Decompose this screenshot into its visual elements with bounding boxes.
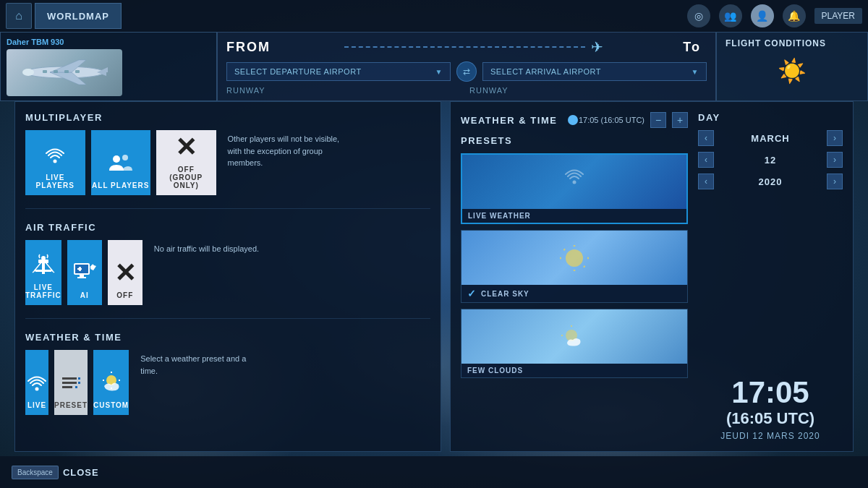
route-labels: FROM ✈ To — [226, 38, 707, 56]
few-clouds-icon — [556, 322, 593, 351]
month-next-button[interactable]: › — [827, 130, 843, 146]
day-column: DAY ‹ MARCH › ‹ 12 › ‹ 2020 › 17:05 — [698, 112, 843, 441]
air-traffic-off-button[interactable]: ✕ OFF — [108, 240, 142, 305]
home-icon: ⌂ — [15, 9, 22, 22]
air-traffic-off-label: OFF — [116, 291, 133, 299]
presets-column: WEATHER & TIME 17:05 (16:05 UTC) − + PRE… — [461, 112, 688, 441]
departure-runway: RUNWAY — [226, 86, 464, 95]
year-next-button[interactable]: › — [827, 174, 843, 189]
svg-rect-7 — [54, 70, 58, 73]
big-time-display: 17:05 (16:05 UTC) JEUDI 12 MARS 2020 — [698, 376, 843, 441]
flight-header: Daher TBM 930 — [0, 32, 868, 101]
flight-conditions-title: FLIGHT CONDITIONS — [726, 38, 826, 48]
svg-rect-27 — [75, 386, 77, 388]
top-bar-icons: ◎ 👥 👤 🔔 PLAYER — [687, 4, 862, 27]
multiplayer-section: MULTIPLAYER — [25, 112, 430, 195]
weather-preset-button[interactable]: PRESET — [54, 350, 88, 415]
svg-rect-26 — [78, 382, 80, 384]
to-label: To — [683, 40, 701, 55]
year-selector: ‹ 2020 › — [698, 174, 843, 189]
preset-clear-sky[interactable]: ✓ CLEAR SKY — [461, 230, 688, 303]
multiplayer-title: MULTIPLAYER — [25, 112, 430, 123]
live-players-button[interactable]: LIVE PLAYERS — [25, 130, 85, 195]
aircraft-image — [7, 49, 122, 96]
day-next-button[interactable]: › — [827, 152, 843, 168]
time-display: 17:05 (16:05 UTC) — [579, 116, 644, 124]
all-players-button[interactable]: ALL PLAYERS — [91, 130, 151, 195]
live-traffic-button[interactable]: LIVE TRAFFIC — [25, 240, 61, 305]
live-players-label: LIVE PLAYERS — [25, 174, 85, 189]
time-track[interactable] — [569, 119, 572, 121]
from-label: FROM — [226, 40, 271, 55]
preset-live-weather[interactable]: LIVE WEATHER — [461, 153, 688, 224]
route-line — [344, 46, 585, 48]
divider-2 — [25, 318, 430, 319]
left-panel: MULTIPLAYER — [14, 101, 441, 452]
preset-few-clouds[interactable]: FEW CLOUDS — [461, 309, 688, 378]
day-title: DAY — [698, 112, 843, 123]
few-clouds-label-bar: FEW CLOUDS — [461, 364, 687, 377]
day-selector: ‹ 12 › — [698, 152, 843, 168]
day-value: 12 — [765, 155, 776, 166]
profile-icon-btn[interactable]: 👤 — [751, 4, 774, 27]
tower-icon — [31, 252, 56, 281]
off-group-label: OFF(GROUP ONLY) — [156, 166, 216, 189]
svg-rect-22 — [62, 377, 77, 380]
group-icon-btn[interactable]: 👥 — [719, 4, 742, 27]
air-traffic-options-row: LIVE TRAFFIC — [25, 240, 430, 305]
bottom-bar: Backspace CLOSE — [0, 456, 868, 488]
svg-point-10 — [54, 160, 57, 163]
time-minus-button[interactable]: − — [650, 112, 666, 128]
svg-point-33 — [573, 180, 576, 184]
ai-button[interactable]: AI — [67, 240, 102, 305]
svg-point-15 — [41, 256, 46, 260]
few-clouds-label: FEW CLOUDS — [467, 367, 523, 374]
multiplayer-description: Other players will not be visible, with … — [221, 130, 344, 169]
wifi-icon — [43, 145, 67, 171]
weather-time-left-title: WEATHER & TIME — [25, 332, 430, 343]
off-group-button[interactable]: ✕ OFF(GROUP ONLY) — [156, 130, 216, 195]
aircraft-name: Daher TBM 930 — [7, 38, 122, 46]
main-content: MULTIPLAYER — [14, 101, 854, 452]
notification-icon-btn[interactable]: 🔔 — [783, 4, 806, 27]
live-weather-label-bar: LIVE WEATHER — [462, 209, 686, 223]
swap-button[interactable]: ⇄ — [456, 61, 477, 82]
weather-wifi-icon — [25, 373, 48, 398]
svg-point-11 — [113, 155, 120, 163]
preset-live-bg — [462, 155, 686, 209]
day-prev-button[interactable]: ‹ — [698, 152, 714, 168]
arrival-chevron: ▼ — [692, 68, 699, 76]
air-traffic-section: AIR TRAFFIC — [25, 222, 430, 305]
time-slider-row: 17:05 (16:05 UTC) − + — [569, 112, 688, 128]
multiplayer-options-row: LIVE PLAYERS ALL PLAYERS — [25, 130, 430, 195]
svg-rect-13 — [42, 262, 45, 274]
year-prev-button[interactable]: ‹ — [698, 174, 714, 189]
month-prev-button[interactable]: ‹ — [698, 130, 714, 146]
flight-conditions-panel: FLIGHT CONDITIONS ☀️ — [716, 32, 868, 101]
home-button[interactable]: ⌂ — [6, 3, 32, 29]
svg-point-12 — [122, 155, 128, 160]
runway-row: RUNWAY RUNWAY — [226, 86, 707, 95]
monitor-plane-icon — [72, 260, 98, 288]
close-label: CLOSE — [63, 467, 99, 478]
route-arrow: ✈ — [276, 38, 677, 56]
list-icon — [59, 373, 82, 398]
month-value: MARCH — [751, 133, 789, 144]
air-traffic-title: AIR TRAFFIC — [25, 222, 430, 233]
svg-rect-25 — [78, 377, 80, 380]
time-thumb — [568, 115, 578, 125]
weather-custom-button[interactable]: CUSTOM — [93, 350, 129, 415]
weather-live-button[interactable]: LIVE — [25, 350, 48, 415]
time-plus-button[interactable]: + — [672, 112, 688, 128]
weather-custom-label: CUSTOM — [93, 401, 129, 409]
presets-title: PRESETS — [461, 135, 688, 146]
svg-rect-16 — [35, 270, 51, 272]
preset-few-clouds-bg — [461, 309, 687, 364]
arrival-select[interactable]: SELECT ARRIVAL AIRPORT ▼ — [482, 62, 707, 81]
right-panel: WEATHER & TIME 17:05 (16:05 UTC) − + PRE… — [450, 101, 854, 452]
live-weather-preset-icon — [560, 169, 589, 195]
departure-select[interactable]: SELECT DEPARTURE AIRPORT ▼ — [226, 62, 451, 81]
air-traffic-buttons: LIVE TRAFFIC — [25, 240, 142, 305]
aircraft-panel: Daher TBM 930 — [0, 32, 217, 101]
globe-icon-btn[interactable]: ◎ — [687, 4, 710, 27]
